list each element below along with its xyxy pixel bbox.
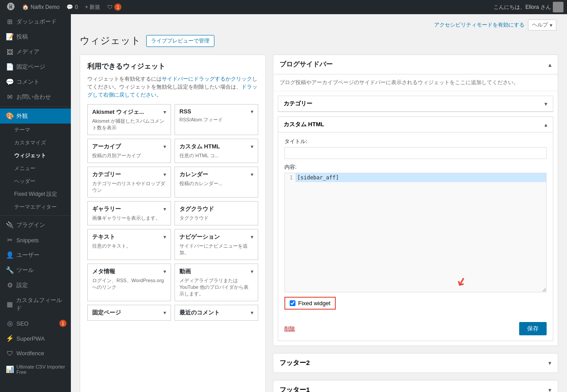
sidebar-item-tools[interactable]: 🔧 ツール [0, 263, 71, 278]
sidebar-item-contact[interactable]: ✉ お問い合わせ [0, 89, 71, 105]
chevron-down-icon[interactable]: ▾ [251, 310, 253, 316]
title-label: タイトル: [284, 138, 547, 145]
submenu-widgets[interactable]: ウィジェット [0, 149, 71, 162]
delete-link[interactable]: 削除 [284, 325, 295, 333]
chevron-down-icon[interactable]: ▾ [163, 310, 166, 316]
chevron-down-icon[interactable]: ▾ [163, 206, 166, 212]
sidebar-item-users[interactable]: 👤 ユーザー [0, 248, 71, 263]
widget-title-akismet: Akismet ウィジェ... [92, 108, 144, 116]
sidebar-item-custom-fields[interactable]: ▦ カスタムフィールド [0, 293, 71, 316]
chevron-down-icon[interactable]: ▾ [251, 171, 253, 178]
sidebar-item-superpwa[interactable]: ⚡ SuperPWA [0, 331, 71, 346]
category-widget: カテゴリー ▾ [278, 96, 553, 112]
widget-title-text: テキスト [92, 233, 115, 241]
custom-html-widget-header[interactable]: カスタム HTML ▴ [278, 117, 553, 132]
live-preview-button[interactable]: ライブプレビューで管理 [146, 35, 214, 47]
submenu-theme-editor[interactable]: テーマエディター [0, 201, 71, 213]
sidebar-item-posts[interactable]: 📝 投稿 [0, 29, 71, 44]
fixed-widget-checkbox[interactable] [290, 300, 295, 306]
submenu-themes[interactable]: テーマ [0, 124, 71, 136]
accessibility-link[interactable]: アクセシビリティモードを有効にする [434, 21, 524, 29]
category-widget-header[interactable]: カテゴリー ▾ [278, 96, 553, 112]
footer2-title: フッター2 [280, 359, 310, 367]
widget-item-category[interactable]: カテゴリー ▾ カテゴリーのリストやドロップダウン [87, 167, 171, 198]
widget-item-recent-comments[interactable]: 最近のコメント ▾ [175, 305, 258, 321]
adminbar-new[interactable]: + 新規 [82, 0, 104, 14]
widget-desc-tag-cloud: タグクラウド [179, 215, 253, 221]
help-button[interactable]: ヘルプ ▾ [528, 19, 556, 31]
chevron-down-icon[interactable]: ▾ [544, 101, 548, 107]
chevron-down-icon[interactable]: ▾ [163, 109, 166, 115]
submenu-customize[interactable]: カスタマイズ [0, 136, 71, 149]
appearance-icon: 🎨 [6, 112, 14, 120]
chevron-down-icon[interactable]: ▾ [163, 144, 166, 150]
widget-item-fixed-page[interactable]: 固定ページ ▾ [87, 305, 171, 321]
content-textarea[interactable]: 1 [sidebar_aff] [284, 173, 547, 292]
sidebar-item-wordfence[interactable]: 🛡 Wordfence [0, 346, 71, 361]
sidebar-item-csv[interactable]: 📊 Ultimate CSV Importer Free [0, 361, 71, 378]
chevron-down-icon[interactable]: ▾ [163, 268, 166, 275]
chevron-up-icon[interactable]: ▴ [548, 61, 551, 68]
widget-item-tag-cloud[interactable]: タグクラウド タグクラウド [175, 201, 258, 225]
settings-icon: ⚙ [6, 281, 14, 289]
widget-item-custom-html[interactable]: カスタム HTML ▾ 任意の HTML コ... [175, 139, 258, 163]
save-button[interactable]: 保存 [519, 322, 547, 335]
adminbar-right: こんにちは、Ellora さん [493, 2, 563, 12]
adminbar-shield[interactable]: 🛡 1 [104, 0, 125, 14]
chevron-down-icon[interactable]: ▾ [163, 171, 166, 178]
line-number: 1 [285, 173, 295, 182]
widget-item-meta[interactable]: メタ情報 ▾ ログイン、RSS、WordPress.org へのリンク [87, 264, 171, 301]
chevron-up-icon[interactable]: ▴ [544, 121, 548, 128]
sidebar-item-appearance[interactable]: 🎨 外観 [0, 109, 71, 124]
drag-back-link[interactable]: ドラッグして右側に戻してください [87, 84, 257, 98]
sidebar-item-comments[interactable]: 💬 コメント [0, 74, 71, 89]
submenu-fixed-widget[interactable]: Fixed Widget 設定 [0, 188, 71, 201]
seo-badge: 1 [59, 320, 66, 327]
widget-item-nav[interactable]: ナビゲーション ▾ サイドバーにナビメニューを追加。 [175, 229, 258, 260]
chevron-down-icon[interactable]: ▾ [251, 109, 253, 115]
title-input[interactable] [284, 147, 547, 159]
widget-item-calendar[interactable]: カレンダー ▾ 投稿のカレンダー... [175, 167, 258, 198]
widget-title-recent-comments: 最近のコメント [179, 309, 220, 317]
sidebar-item-seo[interactable]: ◎ SEO 1 [0, 316, 71, 331]
page-heading: ウィジェット ライブプレビューで管理 [80, 34, 558, 47]
sidebar-item-media[interactable]: 🖼 メディア [0, 44, 71, 59]
footer2-header[interactable]: フッター2 ▾ [273, 353, 558, 373]
chevron-down-icon[interactable]: ▾ [548, 387, 551, 392]
chevron-down-icon[interactable]: ▾ [163, 234, 166, 240]
chevron-down-icon[interactable]: ▾ [251, 234, 253, 240]
sidebar-item-dashboard[interactable]: ⊞ ダッシュボード [0, 14, 71, 29]
sidebar-item-pages[interactable]: 📄 固定ページ [0, 59, 71, 74]
mail-icon: ✉ [6, 93, 14, 101]
footer1-header[interactable]: フッター1 ▾ [273, 380, 558, 392]
widget-title-fixed-page: 固定ページ [92, 309, 121, 317]
widget-title-custom-html: カスタム HTML [179, 143, 220, 151]
adminbar-comments[interactable]: 💬 0 [63, 0, 82, 14]
chevron-down-icon[interactable]: ▾ [251, 144, 253, 150]
sidebar-item-settings[interactable]: ⚙ 設定 [0, 278, 71, 293]
widget-item-archive[interactable]: アーカイブ ▾ 投稿の月別アーカイブ [87, 139, 171, 163]
tools-icon: 🔧 [6, 266, 14, 274]
chevron-down-icon[interactable]: ▾ [251, 268, 253, 275]
wordfence-icon: 🛡 [6, 349, 14, 357]
widget-item-rss[interactable]: RSS ▾ RSS/Atom フィード [175, 104, 258, 135]
superpwa-icon: ⚡ [6, 334, 14, 342]
widget-item-gallery[interactable]: ギャラリー ▾ 画像ギャラリーを表示します。 [87, 201, 171, 225]
adminbar-logo[interactable]: 🅦 [4, 0, 19, 14]
sidebar-item-plugins[interactable]: 🔌 プラグイン [0, 217, 71, 233]
widget-item-akismet[interactable]: Akismet ウィジェ... ▾ Akismet が捕捉したスパムコメント数を… [87, 104, 171, 135]
blog-sidebar-title: ブログサイドバー [280, 60, 333, 69]
submenu-menus[interactable]: メニュー [0, 162, 71, 175]
widget-item-video[interactable]: 動画 ▾ メディアライブラリまたは YouTube 他のプロバイダから表示します… [175, 264, 258, 301]
sidebar-item-snippets[interactable]: ✂ Snippets [0, 233, 71, 248]
code-content: [sidebar_aff] [295, 173, 546, 182]
adminbar-site[interactable]: 🏠 Naifix Demo [19, 0, 63, 14]
footer1-area: フッター1 ▾ [273, 380, 558, 392]
submenu-header[interactable]: ヘッダー [0, 175, 71, 188]
fixed-widget-label: Fixed widget [298, 300, 330, 307]
sidebar-link[interactable]: サイドバーにドラッグするかクリック [162, 76, 252, 82]
widget-desc-akismet: Akismet が捕捉したスパムコメント数を表示 [92, 118, 166, 131]
chevron-down-icon[interactable]: ▾ [548, 360, 551, 366]
dashboard-icon: ⊞ [6, 18, 14, 26]
widget-item-text[interactable]: テキスト ▾ 任意のテキスト。 [87, 229, 171, 260]
